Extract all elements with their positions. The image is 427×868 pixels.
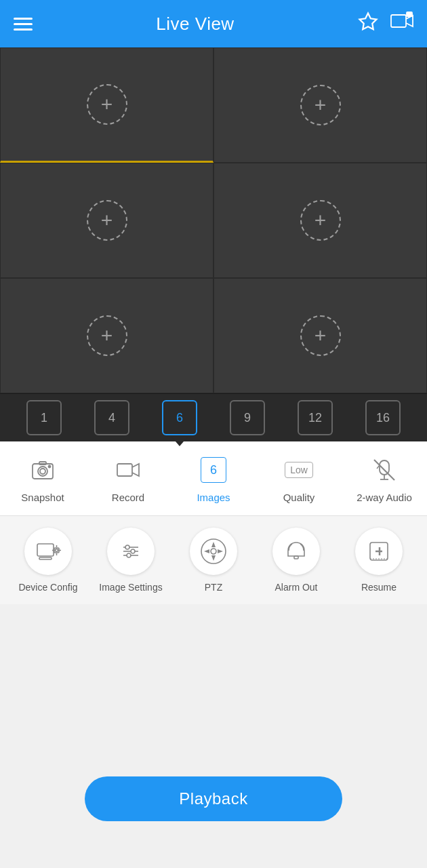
svg-marker-28 [218, 549, 223, 553]
layout-4-button[interactable]: 4 [94, 400, 129, 435]
svg-rect-7 [39, 462, 46, 465]
resume-label: Resume [361, 582, 396, 593]
svg-point-21 [125, 545, 129, 549]
layout-6-button[interactable]: 6 [162, 400, 197, 435]
record-icon [112, 454, 144, 486]
add-channel-icon: + [87, 84, 127, 125]
playback-section: Playback [0, 604, 427, 862]
svg-marker-0 [360, 13, 377, 29]
resume-tool[interactable]: Resume [338, 528, 420, 593]
layout-16-button[interactable]: 16 [365, 400, 401, 435]
add-channel-icon: + [87, 200, 127, 241]
record-control[interactable]: Record [85, 454, 171, 503]
device-config-tool[interactable]: Device Config [7, 528, 89, 593]
alarm-out-icon [272, 528, 320, 575]
snapshot-label: Snapshot [21, 492, 64, 503]
add-channel-icon: + [300, 85, 341, 125]
images-label: Images [197, 492, 230, 503]
svg-marker-27 [204, 549, 209, 553]
image-settings-icon [107, 528, 155, 575]
resume-icon [355, 528, 403, 575]
svg-marker-26 [211, 555, 216, 561]
twoway-control[interactable]: 2-way Audio [342, 454, 427, 503]
quality-icon: Low [283, 454, 315, 486]
video-cell-6[interactable]: + [214, 278, 427, 393]
tools-bar: Device Config Image Settings [0, 516, 427, 604]
svg-marker-25 [211, 542, 216, 547]
star-icon[interactable] [358, 12, 378, 37]
playback-button[interactable]: Playback [85, 776, 342, 821]
record-label: Record [112, 492, 144, 503]
layout-12-button[interactable]: 12 [298, 400, 333, 435]
snapshot-icon [26, 454, 59, 486]
quality-control[interactable]: Low Quality [256, 454, 342, 503]
ptz-icon [190, 528, 237, 575]
page-title: Live View [156, 14, 234, 35]
device-config-icon [24, 528, 72, 575]
image-settings-label: Image Settings [99, 582, 162, 593]
snapshot-control[interactable]: Snapshot [0, 454, 85, 503]
header: Live View [0, 0, 427, 47]
svg-point-22 [131, 549, 135, 553]
ptz-label: PTZ [205, 582, 222, 593]
video-cell-1[interactable]: + [0, 47, 214, 163]
layout-selector: 1 4 6 9 12 16 [0, 394, 427, 441]
svg-rect-9 [117, 464, 132, 476]
camera-switch-icon[interactable] [390, 12, 413, 37]
svg-point-5 [38, 467, 47, 476]
video-grid: + + + + + + [0, 47, 427, 394]
layout-9-button[interactable]: 9 [230, 400, 265, 435]
svg-rect-30 [294, 556, 298, 559]
add-channel-icon: + [87, 315, 127, 356]
device-config-label: Device Config [18, 582, 77, 593]
video-cell-2[interactable]: + [214, 47, 427, 163]
quality-label: Quality [283, 492, 315, 503]
images-icon: 6 [197, 454, 230, 486]
images-control[interactable]: 6 Images [171, 454, 256, 503]
svg-point-17 [56, 549, 58, 551]
twoway-label: 2-way Audio [357, 492, 412, 503]
video-cell-4[interactable]: + [214, 163, 427, 278]
menu-icon[interactable] [14, 18, 33, 31]
alarm-out-label: Alarm Out [274, 582, 317, 593]
add-channel-icon: + [300, 200, 341, 241]
svg-point-8 [49, 466, 51, 468]
svg-rect-14 [37, 544, 54, 556]
image-settings-tool[interactable]: Image Settings [89, 528, 172, 593]
svg-rect-15 [39, 557, 52, 559]
svg-point-6 [40, 469, 45, 474]
video-cell-5[interactable]: + [0, 278, 214, 393]
layout-1-button[interactable]: 1 [26, 400, 62, 435]
ptz-tool[interactable]: PTZ [172, 528, 255, 593]
video-cell-3[interactable]: + [0, 163, 214, 278]
twoway-icon [368, 454, 401, 486]
controls-bar: Snapshot Record 6 Images Low Quality [0, 441, 427, 516]
alarm-out-tool[interactable]: Alarm Out [255, 528, 338, 593]
add-channel-icon: + [300, 315, 341, 356]
svg-point-29 [211, 549, 216, 554]
svg-point-23 [127, 553, 131, 557]
svg-rect-1 [391, 15, 406, 27]
